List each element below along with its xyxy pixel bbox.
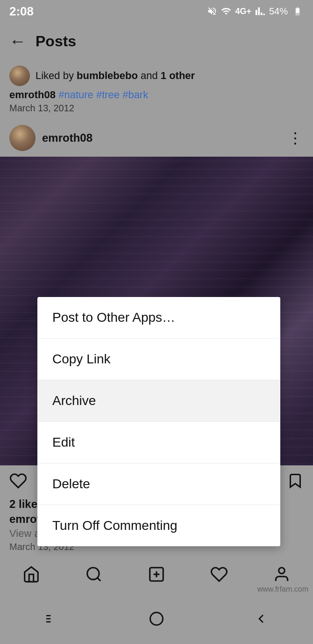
page-title: Posts [36,33,76,50]
svg-rect-16 [150,613,163,625]
like-button[interactable] [9,472,27,494]
page-header: ← Posts [0,22,313,60]
svg-rect-0 [296,8,299,13]
liked-user: bumblebebo [77,70,138,81]
menu-item-turn-off-commenting[interactable]: Turn Off Commenting [37,505,280,546]
nav-home-button[interactable] [22,565,40,587]
menu-item-archive[interactable]: Archive [37,380,280,422]
post-meta-section: Liked by bumblebebo and 1 other emroth08… [0,60,313,119]
context-menu: Post to Other Apps… Copy Link Archive Ed… [37,297,280,546]
post-username: emroth08 [42,131,92,145]
nav-profile-button[interactable] [273,565,291,587]
more-options-button[interactable]: ⋮ [288,129,304,147]
post-image: Post to Other Apps… Copy Link Archive Ed… [0,157,313,465]
menu-item-post-to-other-apps[interactable]: Post to Other Apps… [37,297,280,339]
battery-icon [292,6,304,16]
android-nav-bar [0,597,313,644]
status-bar: 2:08 4G+ 54% [0,0,313,22]
nav-activity-button[interactable] [210,565,228,587]
post-avatar [9,125,36,151]
bookmark-button[interactable] [287,472,304,493]
menu-item-delete[interactable]: Delete [37,463,280,505]
battery-percent: 54% [269,6,288,17]
svg-point-7 [87,567,99,579]
post-caption: emroth08 #nature #tree #bark [9,89,304,101]
nav-add-button[interactable] [148,565,165,587]
network-type: 4G+ [235,7,251,16]
android-back-button[interactable] [254,611,269,630]
liked-text: Liked by bumblebebo and 1 other [36,70,195,82]
mute-icon [207,6,217,16]
menu-item-edit[interactable]: Edit [37,422,280,463]
post-header-row: emroth08 ⋮ [0,119,313,157]
caption-tags: #nature #tree #bark [58,89,148,101]
status-icons: 4G+ 54% [207,6,304,17]
watermark: www.frfam.com [257,585,308,593]
caption-user: emroth08 [9,89,56,101]
liked-count: 1 other [161,70,195,81]
svg-point-12 [279,567,285,573]
liked-prefix: Liked by [36,70,77,81]
signal-icon [255,6,265,16]
liked-and: and [138,70,161,81]
back-button[interactable]: ← [9,31,26,51]
liked-avatar [9,65,30,86]
post-meta-date: March 13, 2012 [9,103,304,114]
wifi-icon [221,6,231,16]
status-time: 2:08 [9,4,34,19]
liked-row: Liked by bumblebebo and 1 other [9,65,304,86]
android-home-button[interactable] [148,610,165,631]
post-user-info: emroth08 [9,125,92,151]
nav-search-button[interactable] [85,565,103,587]
android-recents-button[interactable] [44,611,59,630]
menu-item-copy-link[interactable]: Copy Link [37,339,280,380]
svg-line-8 [97,578,100,581]
